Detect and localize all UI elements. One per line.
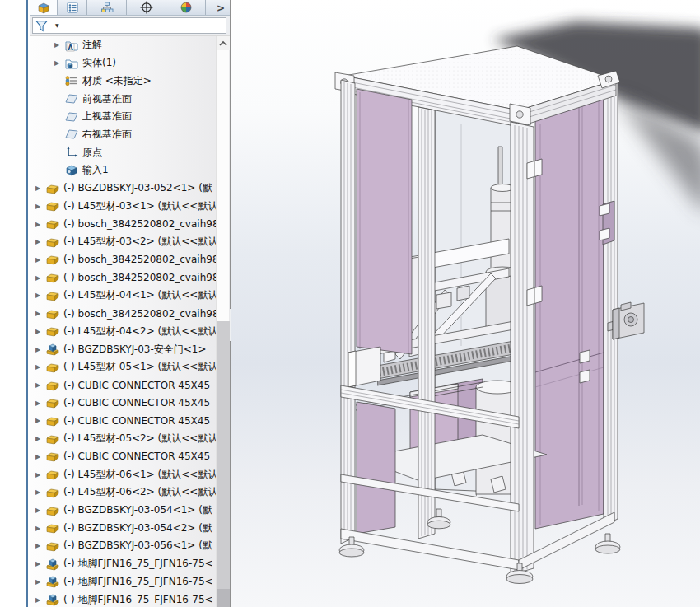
plane-icon [65, 110, 79, 124]
tab-propertymanager[interactable] [58, 0, 87, 15]
tree-row[interactable]: ▶(-) 地脚FJFN16_75_FJFN16-75< [30, 555, 216, 573]
tree-item-label: (-) BGZDBSKYJ-03-056<1> (默 [63, 539, 212, 553]
tab-featuremanager[interactable] [30, 0, 58, 15]
material-icon [65, 74, 79, 87]
graphics-viewport[interactable] [231, 0, 700, 607]
filter-caret-icon[interactable]: ▼ [55, 23, 59, 28]
tree-row[interactable]: 上视基准面 [30, 108, 216, 126]
tree-row[interactable]: ▶A注解 [30, 36, 216, 54]
tree-item-label: (-) CUBIC CONNECTOR 45X45 [63, 451, 210, 462]
tree-row[interactable]: ▶(-) 地脚FJFN16_75_FJFN16-75< [30, 591, 216, 607]
expand-arrow-icon[interactable]: ▶ [35, 578, 46, 586]
tree-item-label: 输入1 [82, 163, 109, 177]
tree-row[interactable]: ▶(-) 地脚FJFN16_75_FJFN16-75< [30, 573, 216, 591]
tab-overflow-chevron-icon[interactable]: > [217, 0, 225, 16]
tree-row[interactable]: ▶(-) L45型材-06<2> (默认<<默认 [30, 483, 216, 502]
tree-item-label: (-) L45型材-03<2> (默认<<默认 [63, 235, 216, 249]
part-icon [46, 289, 60, 302]
expand-arrow-icon[interactable]: ▶ [35, 328, 46, 335]
expand-arrow-icon[interactable]: ▶ [35, 453, 46, 460]
expand-arrow-icon[interactable]: ▶ [35, 274, 46, 282]
tree-row[interactable]: ▶(-) bosch_3842520802_cvaih98 [30, 305, 216, 323]
expand-arrow-icon[interactable]: ▶ [35, 417, 46, 424]
tree-row[interactable]: ▶(-) L45型材-03<1> (默认<<默认 [30, 197, 216, 215]
expand-arrow-icon[interactable]: ▶ [35, 238, 46, 245]
expand-arrow-icon[interactable]: ▶ [35, 203, 46, 210]
tree-row[interactable]: 前视基准面 [30, 90, 216, 108]
tree-row[interactable]: ▶(-) CUBIC CONNECTOR 45X45 [30, 412, 216, 430]
part-icon [46, 217, 60, 231]
expand-arrow-icon[interactable]: ▶ [35, 596, 46, 604]
expand-arrow-icon[interactable]: ▶ [35, 381, 46, 389]
tree-item-label: (-) 地脚FJFN16_75_FJFN16-75< [63, 557, 213, 571]
expand-arrow-icon[interactable]: ▶ [35, 488, 46, 496]
expand-arrow-icon[interactable]: ▶ [35, 292, 46, 299]
tree-row[interactable]: ▶(-) CUBIC CONNECTOR 45X45 [30, 376, 216, 395]
scrollbar-thumb[interactable] [217, 321, 230, 589]
assembly-icon [46, 343, 60, 356]
part-icon [46, 521, 60, 535]
scrollbar-down-button[interactable] [217, 589, 230, 607]
tree-row[interactable]: ▶(-) CUBIC CONNECTOR 45X45 [30, 448, 216, 466]
tree-row[interactable]: 右视基准面 [30, 126, 216, 144]
tree-row[interactable]: 原点 [30, 143, 216, 161]
expand-arrow-icon[interactable]: ▶ [35, 256, 46, 264]
tab-displaymanager[interactable] [166, 0, 206, 15]
expand-arrow-icon[interactable]: ▶ [35, 363, 46, 371]
tree-row[interactable]: ▶(-) bosch_3842520802_cvaih98 [30, 215, 216, 233]
filter-funnel-icon[interactable] [35, 19, 49, 32]
tree-row[interactable]: 材质 <未指定> [30, 72, 216, 90]
expand-arrow-icon[interactable]: ▶ [35, 525, 46, 532]
expand-arrow-icon[interactable]: ▶ [35, 542, 46, 549]
plane-icon [65, 92, 79, 105]
tree-row[interactable]: ▶(-) BGZDBSKYJ-03-056<1> (默 [30, 537, 216, 555]
tree-row[interactable]: 输入1 [30, 161, 216, 180]
part-icon [46, 307, 60, 320]
expand-arrow-icon[interactable]: ▶ [35, 221, 46, 228]
expand-arrow-icon[interactable]: ▶ [35, 471, 46, 479]
part-icon [46, 504, 60, 517]
tree-row[interactable]: ▶(-) L45型材-06<1> (默认<<默认 [30, 465, 216, 483]
tree-row[interactable]: ▶(-) bosch_3842520802_cvaih98 [30, 251, 216, 269]
tree-row[interactable]: ▶(-) BGZDBSKYJ-03-054<1> (默 [30, 502, 216, 520]
tree-scrollbar[interactable] [216, 36, 229, 607]
tree-item-label: (-) bosch_3842520802_cvaih98 [63, 308, 216, 320]
featuremanager-tab-bar [30, 0, 230, 16]
expand-arrow-icon[interactable]: ▶ [35, 184, 46, 192]
expand-arrow-icon[interactable]: ▶ [35, 560, 46, 567]
tree-item-label: 实体(1) [82, 56, 116, 70]
tree-item-label: (-) L45型材-05<1> (默认<<默认 [63, 360, 216, 374]
scrollbar-up-arrow-icon[interactable] [217, 36, 230, 50]
part-icon [46, 325, 60, 338]
tree-row[interactable]: ▶(-) L45型材-05<1> (默认<<默认 [30, 358, 216, 376]
tree-row[interactable]: ▶(-) BGZDBSKYJ-03-054<2> (默 [30, 519, 216, 537]
expand-arrow-icon[interactable]: ▶ [54, 59, 65, 67]
tree-row[interactable]: ▶实体(1) [30, 54, 216, 72]
tree-row[interactable]: ▶(-) CUBIC CONNECTOR 45X45 [30, 394, 216, 412]
plane-icon [65, 128, 79, 141]
expand-arrow-icon[interactable]: ▶ [35, 346, 46, 353]
part-icon [46, 450, 60, 463]
assembly-icon [46, 575, 60, 588]
tab-dimxpertmanager[interactable] [127, 0, 166, 15]
filter-row: ▼ [30, 16, 230, 36]
expand-arrow-icon[interactable]: ▶ [35, 399, 46, 407]
expand-arrow-icon[interactable]: ▶ [35, 435, 46, 442]
tree-row[interactable]: ▶(-) BGZDBSKYJ-03-052<1> (默 [30, 180, 216, 198]
tree-item-label: (-) BGZDBSKYJ-03-052<1> (默 [63, 181, 212, 195]
tree-row[interactable]: ▶(-) L45型材-03<2> (默认<<默认 [30, 233, 216, 251]
tree-row[interactable]: ▶(-) bosch_3842520802_cvaih98 [30, 268, 216, 287]
tab-configurationmanager[interactable] [87, 0, 127, 15]
tree-row[interactable]: ▶(-) L45型材-04<1> (默认<<默认 [30, 287, 216, 305]
tree-item-label: (-) BGZDBSKYJ-03-054<1> (默 [63, 503, 212, 517]
expand-arrow-icon[interactable]: ▶ [35, 310, 46, 317]
assembly-icon [46, 558, 60, 571]
expand-arrow-icon[interactable]: ▶ [35, 507, 46, 514]
tree-row[interactable]: ▶(-) L45型材-04<2> (默认<<默认 [30, 323, 216, 341]
feature-tree: ▶A注解▶实体(1)材质 <未指定>前视基准面上视基准面右视基准面原点输入1▶(… [30, 36, 216, 607]
tree-row[interactable]: ▶(-) BGZDBSKYJ-03-安全门<1> [30, 340, 216, 358]
expand-arrow-icon[interactable]: ▶ [54, 41, 65, 49]
tree-filter-input[interactable]: ▼ [32, 17, 226, 34]
tree-row[interactable]: ▶(-) L45型材-05<2> (默认<<默认 [30, 430, 216, 448]
part-icon [46, 379, 60, 392]
